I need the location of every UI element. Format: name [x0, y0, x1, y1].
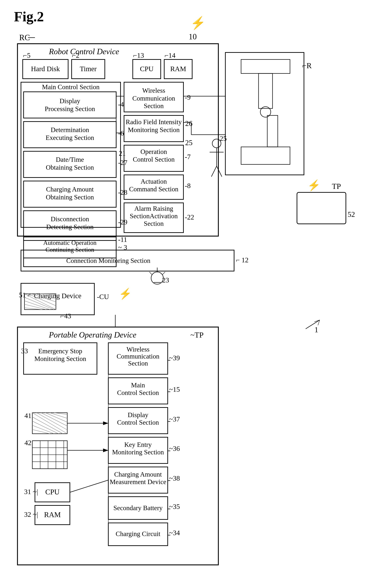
figure-label: Fig.2 [14, 9, 44, 25]
charging-amt-label1: Charging Amount [46, 186, 94, 193]
ref-25b: 25 [220, 135, 227, 142]
ref-2: ⌐2 [72, 51, 79, 59]
svg-rect-9 [124, 175, 183, 199]
svg-rect-10 [124, 203, 183, 233]
svg-rect-15 [24, 181, 116, 207]
charging-device-label1: Charging Device [34, 292, 81, 300]
ref-36: ~36 [169, 444, 180, 452]
svg-line-22 [28, 294, 56, 306]
svg-line-27 [24, 301, 50, 310]
ram2-label: RAM [44, 511, 61, 519]
svg-rect-48 [108, 437, 168, 463]
disconnection-label2: Detecting Section [46, 223, 93, 231]
ref-26: 26 [185, 119, 193, 128]
ref-31: 31 ~| [24, 488, 38, 496]
svg-line-78 [162, 272, 165, 275]
ref-32: 32 ~| [24, 511, 38, 518]
svg-rect-4 [133, 59, 161, 79]
ref-13: ⌐13 [133, 51, 144, 59]
svg-line-29 [24, 308, 42, 310]
display-proc-label1: Display [60, 97, 80, 104]
op-control-label1: Operation [140, 148, 167, 155]
auto-op-label1: Automatic Operation [43, 239, 97, 246]
ref-1: 1 [314, 326, 318, 334]
svg-line-45 [32, 430, 50, 434]
ref-5: ⌐5 [23, 51, 31, 59]
ref-10: 10 [189, 32, 197, 41]
key-entry-label2: Monitoring Section [112, 448, 164, 456]
svg-rect-65 [259, 73, 273, 108]
svg-rect-2 [23, 59, 68, 79]
svg-rect-61 [108, 497, 168, 519]
svg-rect-17 [24, 241, 116, 267]
determination-label2: Executing Section [46, 134, 94, 141]
disconnection-label1: Disconnection [51, 215, 89, 223]
wireless2-label2: Communication [117, 353, 159, 360]
ref-14: ⌐14 [164, 51, 176, 59]
svg-line-39 [45, 413, 67, 422]
svg-rect-5 [164, 59, 192, 79]
svg-rect-16 [24, 211, 116, 237]
cpu-top-label: CPU [140, 65, 154, 73]
ref-11: -11 [118, 236, 127, 243]
ref-25: 25 [185, 139, 193, 147]
ref-3: ~ 3 [118, 243, 127, 251]
ref-51: 51 ⌐ [19, 291, 32, 299]
ref-6: -6 [118, 129, 124, 137]
ref-35: ~35 [169, 503, 180, 511]
svg-line-36 [32, 413, 67, 434]
svg-point-66 [260, 107, 271, 117]
svg-rect-20 [24, 294, 56, 310]
emergency-label2: Monitoring Section [35, 355, 86, 362]
ref-15: ~15 [169, 385, 180, 393]
svg-rect-64 [241, 59, 290, 73]
svg-rect-33 [108, 378, 168, 404]
svg-line-38 [41, 413, 67, 426]
svg-line-28 [24, 304, 46, 310]
ref-33: 33 [21, 347, 28, 355]
svg-rect-35 [32, 413, 67, 434]
ref-42: 42 [24, 439, 32, 447]
svg-rect-8 [124, 145, 183, 171]
charging-amt-label2: Obtaining Section [46, 193, 94, 201]
ref-tp-portable: ~TP [190, 331, 203, 339]
svg-line-77 [149, 272, 152, 275]
svg-line-86 [314, 320, 320, 322]
wireless-comm-label: Wireless [142, 87, 165, 94]
timer-label: Timer [80, 65, 97, 73]
lightning3-icon: ⚡ [308, 179, 320, 192]
ref-38: ~38 [169, 474, 180, 482]
hard-disk-label: Hard Disk [31, 65, 60, 73]
wireless-comm-label3: Section [144, 102, 164, 109]
ref-cu: -CU [97, 293, 109, 301]
auto-op-label2: Continuing Section [46, 246, 94, 253]
ref-43: ⌐43 [60, 312, 71, 320]
svg-rect-6 [124, 82, 183, 112]
datetime-label1: Date/Time [56, 156, 84, 163]
wireless2-label1: Wireless [126, 345, 149, 353]
svg-line-41 [54, 413, 67, 415]
secondary-battery-label: Secondary Battery [113, 504, 163, 512]
svg-rect-58 [35, 483, 70, 502]
datetime-label2: Obtaining Section [46, 164, 94, 171]
svg-line-42 [32, 417, 63, 434]
portable-label: Portable Operating Device [49, 330, 136, 339]
svg-point-74 [151, 272, 163, 284]
lightning-icon: ⚡ [190, 16, 206, 30]
actuation-label2: Command Section [129, 185, 178, 193]
op-control-label2: Control Section [133, 156, 175, 163]
connection-mon-label: Connection Monitoring Section [66, 257, 150, 264]
svg-rect-3 [72, 59, 105, 79]
svg-rect-60 [108, 467, 168, 493]
ref-34: ~34 [169, 529, 180, 537]
svg-rect-80 [24, 237, 116, 258]
svg-rect-18 [21, 250, 234, 271]
charging-meas-label2: Measurement Device [110, 478, 166, 485]
svg-line-85 [318, 320, 320, 325]
svg-rect-12 [24, 92, 116, 118]
wireless-comm-label2: Communication [132, 95, 175, 102]
alarm-label3: Section [144, 220, 164, 227]
svg-line-84 [306, 320, 320, 329]
svg-rect-30 [17, 327, 218, 565]
ref-8: -8 [185, 182, 191, 190]
